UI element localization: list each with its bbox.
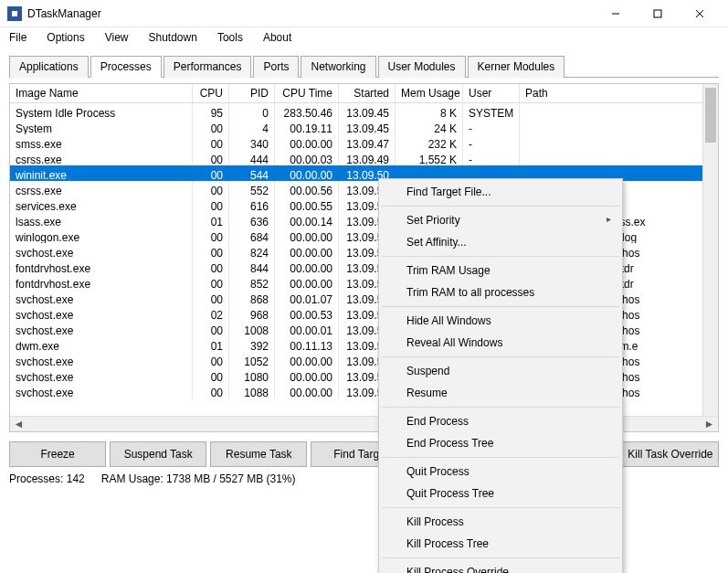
header-path[interactable]: Path xyxy=(520,84,718,102)
table-header: Image Name CPU PID CPU Time Started Mem … xyxy=(10,84,718,103)
context-separator xyxy=(382,457,619,458)
cell: 00.00.00 xyxy=(275,274,339,290)
tab-processes[interactable]: Processes xyxy=(90,56,162,78)
context-item[interactable]: Set Priority xyxy=(381,209,620,231)
cell: 544 xyxy=(229,165,275,181)
context-item[interactable]: Suspend xyxy=(381,360,620,382)
context-item[interactable]: Kill Process Override xyxy=(381,561,620,573)
context-item[interactable]: Trim RAM Usage xyxy=(381,260,620,281)
menu-file[interactable]: File xyxy=(5,29,30,46)
header-pid[interactable]: PID xyxy=(229,84,275,102)
context-item[interactable]: Trim RAM to all processes xyxy=(381,281,620,303)
cell: 8 K xyxy=(396,103,463,119)
cell: 00.00.00 xyxy=(275,243,339,259)
tab-user-modules[interactable]: User Modules xyxy=(378,56,466,78)
cell: 00.00.01 xyxy=(275,321,339,336)
tab-ports[interactable]: Ports xyxy=(253,56,299,78)
tab-kernel-modules[interactable]: Kerner Modules xyxy=(468,56,565,78)
cell: System xyxy=(10,119,193,134)
maximize-button[interactable] xyxy=(637,0,679,27)
cell xyxy=(520,150,718,165)
cell: 00 xyxy=(193,290,229,305)
minimize-button[interactable] xyxy=(595,0,637,27)
context-item[interactable]: End Process Tree xyxy=(381,432,620,454)
status-ram: RAM Usage: 1738 MB / 5527 MB (31%) xyxy=(101,472,296,485)
header-cpu[interactable]: CPU xyxy=(193,84,229,102)
suspend-task-button[interactable]: Suspend Task xyxy=(110,441,206,467)
cell: 00 xyxy=(193,119,229,134)
cell: - xyxy=(463,119,520,134)
tab-networking[interactable]: Networking xyxy=(301,56,375,78)
cell: SYSTEM xyxy=(463,103,520,119)
cell: 95 xyxy=(193,103,229,119)
menu-about[interactable]: About xyxy=(259,29,295,46)
cell: 1080 xyxy=(229,367,275,383)
scrollbar-thumb[interactable] xyxy=(705,88,716,143)
cell: 00 xyxy=(193,228,229,243)
cell: 00.00.03 xyxy=(275,150,339,165)
scroll-right-icon[interactable]: ► xyxy=(702,418,716,430)
table-row[interactable]: csrss.exe0044400.00.0313.09.491,552 K- xyxy=(10,150,718,165)
cell: wininit.exe xyxy=(10,165,193,181)
menu-view[interactable]: View xyxy=(101,29,132,46)
scroll-left-icon[interactable]: ◄ xyxy=(12,418,26,430)
cell: 01 xyxy=(193,212,229,228)
cell: 852 xyxy=(229,274,275,290)
context-item[interactable]: Quit Process xyxy=(381,461,620,483)
context-separator xyxy=(382,507,619,508)
cell: 232 K xyxy=(396,134,463,150)
cell: winlogon.exe xyxy=(10,228,193,243)
table-row[interactable]: smss.exe0034000.00.0013.09.47232 K- xyxy=(10,134,718,150)
context-separator xyxy=(382,407,619,408)
cell: 13.09.49 xyxy=(339,150,396,165)
cell: - xyxy=(463,134,520,150)
cell: 00 xyxy=(193,321,229,336)
context-item[interactable]: Reveal All Windows xyxy=(381,332,620,354)
cell: svchost.exe xyxy=(10,290,193,305)
freeze-button[interactable]: Freeze xyxy=(9,441,106,467)
menu-shutdown[interactable]: Shutdown xyxy=(145,29,201,46)
resume-task-button[interactable]: Resume Task xyxy=(210,441,307,467)
cell: services.exe xyxy=(10,196,193,212)
context-item[interactable]: Resume xyxy=(381,382,620,404)
tab-applications[interactable]: Applications xyxy=(9,56,89,78)
context-item[interactable]: Find Target File... xyxy=(381,181,620,203)
cell: lsass.exe xyxy=(10,212,193,228)
cell: 24 K xyxy=(396,119,463,134)
app-icon xyxy=(7,6,22,21)
context-separator xyxy=(382,256,619,257)
kill-task-override-button[interactable]: Kill Task Override xyxy=(622,441,719,467)
header-started[interactable]: Started xyxy=(339,84,396,102)
cell: 02 xyxy=(193,305,229,321)
cell xyxy=(520,134,718,150)
context-item[interactable]: Hide All Windows xyxy=(381,310,620,332)
cell: 00.00.00 xyxy=(275,259,339,274)
menu-tools[interactable]: Tools xyxy=(214,29,247,46)
header-user[interactable]: User xyxy=(463,84,520,102)
cell: svchost.exe xyxy=(10,321,193,336)
header-mem-usage[interactable]: Mem Usage xyxy=(396,84,463,102)
context-item[interactable]: Quit Process Tree xyxy=(381,483,620,504)
context-item[interactable]: Kill Process Tree xyxy=(381,533,620,555)
table-row[interactable]: System Idle Process950283.50.4613.09.458… xyxy=(10,103,718,119)
menu-options[interactable]: Options xyxy=(43,29,88,46)
cell: 13.09.47 xyxy=(339,134,396,150)
cell: 00 xyxy=(193,196,229,212)
table-row[interactable]: System00400.19.1113.09.4524 K- xyxy=(10,119,718,134)
context-item[interactable]: Kill Process xyxy=(381,511,620,533)
cell: 824 xyxy=(229,243,275,259)
cell: 968 xyxy=(229,305,275,321)
close-button[interactable] xyxy=(679,0,721,27)
cell: 1,552 K xyxy=(396,150,463,165)
cell: svchost.exe xyxy=(10,352,193,367)
header-image-name[interactable]: Image Name xyxy=(10,84,193,102)
tab-performances[interactable]: Performances xyxy=(164,56,252,78)
cell: 844 xyxy=(229,259,275,274)
title-bar: DTaskManager xyxy=(0,0,728,27)
context-item[interactable]: Set Affinity... xyxy=(381,231,620,253)
vertical-scrollbar[interactable] xyxy=(702,84,718,416)
cell: 1052 xyxy=(229,352,275,367)
header-cpu-time[interactable]: CPU Time xyxy=(275,84,339,102)
context-item[interactable]: End Process xyxy=(381,410,620,432)
context-menu: Find Target File...Set PrioritySet Affin… xyxy=(378,178,623,573)
